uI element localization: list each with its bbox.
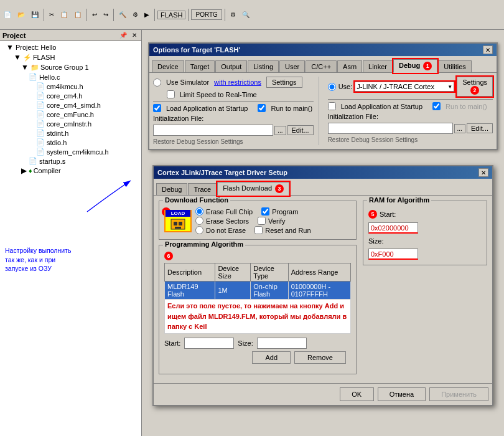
toolbar-paste[interactable]: 📋 <box>72 9 84 20</box>
with-restrictions-link[interactable]: with restrictions <box>214 78 261 86</box>
limit-speed-checkbox[interactable] <box>167 90 175 98</box>
tab-user[interactable]: User <box>279 60 305 72</box>
tab-output[interactable]: Output <box>215 60 247 72</box>
init-file-input-left[interactable] <box>153 125 273 136</box>
toolbar-copy[interactable]: 📋 <box>58 9 70 20</box>
add-btn[interactable]: Add <box>252 351 291 364</box>
col-address-range: Address Range <box>288 263 350 282</box>
annotation-line1: Настройку выполнить <box>5 247 71 254</box>
use-label: Use: <box>338 83 353 90</box>
tab-utilities[interactable]: Utilities <box>438 60 471 72</box>
load-icon-wrapper: 4 LOAD <box>164 210 192 232</box>
dots-btn-left[interactable]: ... <box>274 126 286 135</box>
source-group-label: Source Group 1 <box>40 64 89 71</box>
init-file-row-right: Initialization File: <box>328 113 493 120</box>
use-simulator-radio[interactable] <box>153 78 161 87</box>
edit-btn-left[interactable]: Edit... <box>287 125 314 135</box>
tree-file-cm4ikmcu[interactable]: 📄 cm4ikmcu.h <box>1 82 140 91</box>
load-app-checkbox-left[interactable] <box>153 104 161 112</box>
tab-listing[interactable]: Listing <box>248 60 279 72</box>
jlink-combo[interactable]: J-LINK / J-TRACE Cortex ▼ <box>355 82 454 92</box>
verify-checkbox[interactable] <box>258 217 266 225</box>
combo-arrow-icon: ▼ <box>447 84 452 90</box>
tree-source-group[interactable]: ▼ 📁 Source Group 1 <box>1 62 140 72</box>
load-icon: LOAD <box>164 210 192 232</box>
tree-file-stdint[interactable]: 📄 stdint.h <box>1 128 140 138</box>
prog-table-row-1[interactable]: MLDR149 Flash 1M On-chip Flash 01000000H… <box>165 282 351 300</box>
tree-compiler-node[interactable]: ▶ ♦ Compiler <box>1 166 140 176</box>
options-dialog-close[interactable]: ✕ <box>483 45 493 54</box>
toolbar-extra1[interactable]: ⚙ <box>228 9 238 20</box>
ok-btn[interactable]: OK <box>340 387 374 401</box>
tree-project-root[interactable]: ▼ Project: Hello <box>1 42 140 52</box>
run-main-checkbox-left[interactable] <box>258 104 266 112</box>
tab-cpp[interactable]: C/C++ <box>306 60 337 72</box>
tab-linker[interactable]: Linker <box>363 60 393 72</box>
tree-file-hello[interactable]: 📄 Hello.c <box>1 72 140 82</box>
tree-file-core-cm4[interactable]: 📄 core_cm4.h <box>1 91 140 100</box>
jtrace-tab-flash[interactable]: Flash Download 3 <box>217 182 289 196</box>
init-file-row-left: Initialization File: <box>153 115 314 122</box>
run-main-checkbox-right[interactable] <box>432 102 441 110</box>
toolbar-rebuild[interactable]: ⚙ <box>130 9 141 20</box>
panel-close-btn[interactable]: ✕ <box>130 31 139 39</box>
edit-btn-right[interactable]: Edit... <box>467 123 493 133</box>
init-file-input-right[interactable] <box>328 123 453 134</box>
cancel-btn[interactable]: Отмена <box>378 387 426 401</box>
file-label-cm4ikmcu: cm4ikmcu.h <box>47 83 83 90</box>
do-not-erase-radio[interactable] <box>195 226 203 234</box>
toolbar-cut[interactable]: ✂ <box>47 9 57 20</box>
toolbar-build[interactable]: 🔨 <box>116 9 129 20</box>
tab-device[interactable]: Device <box>152 60 184 72</box>
erase-full-label: Erase Full Chip <box>206 208 253 216</box>
reset-run-checkbox[interactable] <box>254 226 263 234</box>
tree-file-core-cm4-simd[interactable]: 📄 core_cm4_simd.h <box>1 100 140 110</box>
start-input-bottom[interactable] <box>184 338 234 349</box>
toolbar-save[interactable]: 💾 <box>29 9 41 20</box>
tree-file-stdio[interactable]: 📄 stdio.h <box>1 138 140 147</box>
dots-btn-right[interactable]: ... <box>454 124 465 133</box>
panel-pin-btn[interactable]: 📌 <box>118 31 129 39</box>
remove-btn[interactable]: Remove <box>294 351 346 364</box>
jtrace-tab-debug[interactable]: Debug <box>156 183 187 195</box>
sim-settings-btn[interactable]: Settings <box>266 77 302 88</box>
ram-size-input[interactable] <box>368 249 418 260</box>
do-not-erase-row: Do not Erase Reset and Run <box>195 226 311 234</box>
toolbar-new[interactable]: 📄 <box>1 9 14 20</box>
erase-full-row: Erase Full Chip Program <box>195 207 311 216</box>
tree-file-core-cmfunc[interactable]: 📄 core_cmFunc.h <box>1 110 140 119</box>
size-label-bottom: Size: <box>238 339 253 347</box>
tab-debug[interactable]: Debug 1 <box>393 59 437 73</box>
tree-file-system-cm4[interactable]: 📄 system_cm4ikmcu.h <box>1 147 140 156</box>
apply-btn[interactable]: Применить <box>429 387 488 401</box>
erase-sectors-radio[interactable] <box>195 217 203 225</box>
tab-target[interactable]: Target <box>185 60 215 72</box>
toolbar-extra2[interactable]: 🔍 <box>240 9 252 20</box>
toolbar-undo[interactable]: ↩ <box>90 9 100 20</box>
ram-content: 5 Start: Size: <box>368 210 482 260</box>
toolbar-debug[interactable]: ▶ <box>142 9 152 20</box>
program-checkbox[interactable] <box>261 207 269 216</box>
tab-asm[interactable]: Asm <box>337 60 362 72</box>
flash-dropdown[interactable]: FLASH <box>157 11 185 19</box>
toolbar-redo[interactable]: ↪ <box>101 9 111 20</box>
jtrace-dialog-titlebar: Cortex JLink/JTrace Target Driver Setup … <box>154 166 492 179</box>
tree-file-core-cminstr[interactable]: 📄 core_cmInstr.h <box>1 119 140 128</box>
toolbar-open[interactable]: 📂 <box>15 9 27 20</box>
main-layout: Project 📌 ✕ ▼ Project: Hello ▼ ⚡ FLASH ▼… <box>0 30 504 436</box>
ram-start-input[interactable] <box>368 222 418 234</box>
jtrace-tab-trace[interactable]: Trace <box>188 183 217 195</box>
use-device-radio[interactable] <box>328 83 336 91</box>
jlink-settings-btn[interactable]: Settings 2 <box>457 77 493 97</box>
size-input-bottom[interactable] <box>257 338 307 349</box>
annotation-text: Настройку выполнить так же, как и при за… <box>5 246 101 273</box>
toolbar-portg[interactable]: PORTG <box>191 9 222 20</box>
jlink-combo-value: J-LINK / J-TRACE Cortex <box>357 83 434 90</box>
cell-device-size: 1M <box>215 282 251 300</box>
tree-flash-node[interactable]: ▼ ⚡ FLASH <box>1 52 140 62</box>
load-app-checkbox-right[interactable] <box>328 102 336 110</box>
erase-full-radio[interactable] <box>195 207 203 216</box>
left-panel: Project 📌 ✕ ▼ Project: Hello ▼ ⚡ FLASH ▼… <box>0 30 142 436</box>
jtrace-dialog-close[interactable]: ✕ <box>478 168 488 177</box>
tree-file-startup[interactable]: 📄 startup.s <box>1 156 140 166</box>
